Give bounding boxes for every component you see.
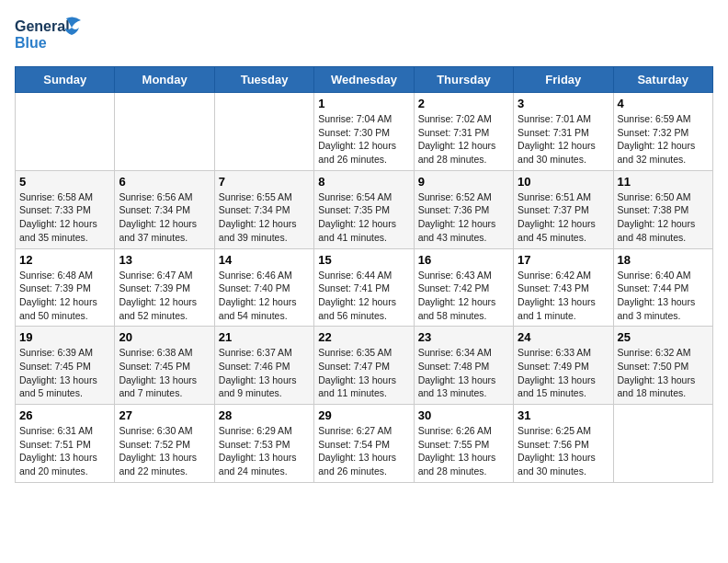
calendar-week-row: 1Sunrise: 7:04 AM Sunset: 7:30 PM Daylig…	[16, 93, 713, 171]
day-number: 17	[518, 253, 609, 267]
calendar-cell: 15Sunrise: 6:44 AM Sunset: 7:41 PM Dayli…	[314, 248, 414, 327]
calendar-cell: 20Sunrise: 6:38 AM Sunset: 7:45 PM Dayli…	[115, 327, 214, 405]
calendar-cell: 23Sunrise: 6:34 AM Sunset: 7:48 PM Dayli…	[414, 327, 513, 405]
day-info: Sunrise: 6:26 AM Sunset: 7:55 PM Dayligh…	[418, 424, 509, 478]
day-info: Sunrise: 7:02 AM Sunset: 7:31 PM Dayligh…	[418, 112, 509, 167]
day-number: 16	[418, 253, 509, 267]
day-info: Sunrise: 6:52 AM Sunset: 7:36 PM Dayligh…	[418, 190, 509, 245]
day-info: Sunrise: 6:39 AM Sunset: 7:45 PM Dayligh…	[19, 346, 110, 400]
calendar-cell: 4Sunrise: 6:59 AM Sunset: 7:32 PM Daylig…	[613, 93, 712, 171]
day-info: Sunrise: 6:47 AM Sunset: 7:39 PM Dayligh…	[119, 269, 210, 323]
calendar-cell: 18Sunrise: 6:40 AM Sunset: 7:44 PM Dayli…	[613, 248, 712, 327]
calendar-table: SundayMondayTuesdayWednesdayThursdayFrid…	[15, 66, 713, 483]
calendar-week-row: 19Sunrise: 6:39 AM Sunset: 7:45 PM Dayli…	[16, 327, 713, 405]
calendar-cell: 17Sunrise: 6:42 AM Sunset: 7:43 PM Dayli…	[514, 248, 613, 327]
day-number: 25	[618, 330, 709, 344]
calendar-cell: 25Sunrise: 6:32 AM Sunset: 7:50 PM Dayli…	[613, 327, 712, 405]
day-info: Sunrise: 7:01 AM Sunset: 7:31 PM Dayligh…	[518, 112, 609, 167]
day-header-sunday: Sunday	[16, 67, 115, 93]
day-info: Sunrise: 6:51 AM Sunset: 7:37 PM Dayligh…	[518, 190, 609, 245]
calendar-week-row: 12Sunrise: 6:48 AM Sunset: 7:39 PM Dayli…	[16, 248, 713, 327]
day-info: Sunrise: 6:50 AM Sunset: 7:38 PM Dayligh…	[618, 190, 709, 245]
day-header-thursday: Thursday	[414, 67, 513, 93]
day-info: Sunrise: 6:42 AM Sunset: 7:43 PM Dayligh…	[518, 269, 609, 323]
day-info: Sunrise: 6:59 AM Sunset: 7:32 PM Dayligh…	[618, 112, 709, 167]
day-header-wednesday: Wednesday	[314, 67, 414, 93]
calendar-cell: 24Sunrise: 6:33 AM Sunset: 7:49 PM Dayli…	[514, 327, 613, 405]
calendar-cell: 8Sunrise: 6:54 AM Sunset: 7:35 PM Daylig…	[314, 170, 414, 248]
calendar-cell: 10Sunrise: 6:51 AM Sunset: 7:37 PM Dayli…	[514, 170, 613, 248]
day-number: 29	[318, 408, 409, 422]
day-info: Sunrise: 6:31 AM Sunset: 7:51 PM Dayligh…	[19, 424, 110, 478]
calendar-cell	[613, 405, 712, 483]
day-info: Sunrise: 6:32 AM Sunset: 7:50 PM Dayligh…	[618, 346, 709, 400]
calendar-cell: 2Sunrise: 7:02 AM Sunset: 7:31 PM Daylig…	[414, 93, 513, 171]
calendar-cell: 19Sunrise: 6:39 AM Sunset: 7:45 PM Dayli…	[16, 327, 115, 405]
day-info: Sunrise: 6:46 AM Sunset: 7:40 PM Dayligh…	[219, 269, 310, 323]
calendar-cell: 26Sunrise: 6:31 AM Sunset: 7:51 PM Dayli…	[16, 405, 115, 483]
day-number: 8	[318, 175, 409, 189]
day-info: Sunrise: 6:35 AM Sunset: 7:47 PM Dayligh…	[318, 346, 409, 400]
calendar-week-row: 26Sunrise: 6:31 AM Sunset: 7:51 PM Dayli…	[16, 405, 713, 483]
calendar-cell: 11Sunrise: 6:50 AM Sunset: 7:38 PM Dayli…	[613, 170, 712, 248]
calendar-cell: 22Sunrise: 6:35 AM Sunset: 7:47 PM Dayli…	[314, 327, 414, 405]
day-number: 22	[318, 330, 409, 344]
day-number: 30	[418, 408, 509, 422]
day-number: 13	[119, 253, 210, 267]
day-number: 4	[618, 97, 709, 110]
page-header: GeneralBlue	[15, 15, 713, 55]
logo: GeneralBlue	[15, 15, 88, 55]
day-info: Sunrise: 6:33 AM Sunset: 7:49 PM Dayligh…	[518, 346, 609, 400]
day-info: Sunrise: 6:27 AM Sunset: 7:54 PM Dayligh…	[318, 424, 409, 478]
day-number: 3	[518, 97, 609, 110]
day-info: Sunrise: 6:48 AM Sunset: 7:39 PM Dayligh…	[19, 269, 110, 323]
day-number: 14	[219, 253, 310, 267]
calendar-cell: 5Sunrise: 6:58 AM Sunset: 7:33 PM Daylig…	[16, 170, 115, 248]
day-info: Sunrise: 6:54 AM Sunset: 7:35 PM Dayligh…	[318, 190, 409, 245]
day-number: 15	[318, 253, 409, 267]
day-number: 10	[518, 175, 609, 189]
day-number: 1	[318, 97, 409, 110]
calendar-cell: 31Sunrise: 6:25 AM Sunset: 7:56 PM Dayli…	[514, 405, 613, 483]
calendar-cell: 3Sunrise: 7:01 AM Sunset: 7:31 PM Daylig…	[514, 93, 613, 171]
day-number: 31	[518, 408, 609, 422]
day-info: Sunrise: 6:38 AM Sunset: 7:45 PM Dayligh…	[119, 346, 210, 400]
svg-text:General: General	[15, 18, 70, 34]
calendar-header-row: SundayMondayTuesdayWednesdayThursdayFrid…	[16, 67, 713, 93]
day-info: Sunrise: 6:55 AM Sunset: 7:34 PM Dayligh…	[219, 190, 310, 245]
day-info: Sunrise: 6:43 AM Sunset: 7:42 PM Dayligh…	[418, 269, 509, 323]
day-info: Sunrise: 6:34 AM Sunset: 7:48 PM Dayligh…	[418, 346, 509, 400]
calendar-cell: 21Sunrise: 6:37 AM Sunset: 7:46 PM Dayli…	[214, 327, 313, 405]
day-info: Sunrise: 6:40 AM Sunset: 7:44 PM Dayligh…	[618, 269, 709, 323]
day-number: 21	[219, 330, 310, 344]
day-header-monday: Monday	[115, 67, 214, 93]
day-info: Sunrise: 6:30 AM Sunset: 7:52 PM Dayligh…	[119, 424, 210, 478]
day-number: 6	[119, 175, 210, 189]
day-number: 26	[19, 408, 110, 422]
day-header-saturday: Saturday	[613, 67, 712, 93]
day-number: 20	[119, 330, 210, 344]
calendar-cell: 6Sunrise: 6:56 AM Sunset: 7:34 PM Daylig…	[115, 170, 214, 248]
day-number: 9	[418, 175, 509, 189]
calendar-cell: 1Sunrise: 7:04 AM Sunset: 7:30 PM Daylig…	[314, 93, 414, 171]
day-info: Sunrise: 6:29 AM Sunset: 7:53 PM Dayligh…	[219, 424, 310, 478]
day-header-tuesday: Tuesday	[214, 67, 313, 93]
calendar-cell: 7Sunrise: 6:55 AM Sunset: 7:34 PM Daylig…	[214, 170, 313, 248]
day-info: Sunrise: 7:04 AM Sunset: 7:30 PM Dayligh…	[318, 112, 409, 167]
day-info: Sunrise: 6:58 AM Sunset: 7:33 PM Dayligh…	[19, 190, 110, 245]
day-number: 5	[19, 175, 110, 189]
day-info: Sunrise: 6:44 AM Sunset: 7:41 PM Dayligh…	[318, 269, 409, 323]
calendar-cell: 9Sunrise: 6:52 AM Sunset: 7:36 PM Daylig…	[414, 170, 513, 248]
calendar-cell: 14Sunrise: 6:46 AM Sunset: 7:40 PM Dayli…	[214, 248, 313, 327]
day-number: 28	[219, 408, 310, 422]
day-number: 24	[518, 330, 609, 344]
calendar-week-row: 5Sunrise: 6:58 AM Sunset: 7:33 PM Daylig…	[16, 170, 713, 248]
calendar-cell	[115, 93, 214, 171]
calendar-cell: 30Sunrise: 6:26 AM Sunset: 7:55 PM Dayli…	[414, 405, 513, 483]
day-header-friday: Friday	[514, 67, 613, 93]
calendar-cell	[214, 93, 313, 171]
day-number: 7	[219, 175, 310, 189]
day-number: 2	[418, 97, 509, 110]
calendar-cell	[16, 93, 115, 171]
day-number: 19	[19, 330, 110, 344]
